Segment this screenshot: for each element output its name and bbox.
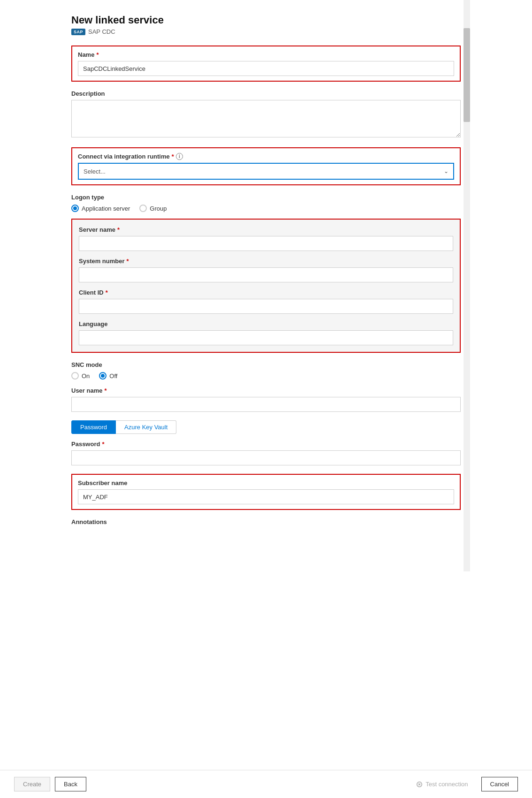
footer-right: Test connection Cancel — [408, 777, 518, 791]
name-input[interactable] — [78, 61, 454, 76]
server-name-label: Server name * — [79, 226, 453, 233]
snc-on-label: On — [82, 372, 90, 380]
logon-application-server-radio[interactable] — [71, 205, 79, 212]
language-label: Language — [79, 320, 453, 327]
logon-group-radio[interactable] — [139, 205, 147, 212]
user-name-label: User name * — [71, 387, 461, 394]
integration-runtime-select[interactable]: Select... — [78, 163, 454, 180]
sap-badge: SAP SAP CDC — [71, 28, 461, 35]
subscriber-name-label: Subscriber name — [78, 479, 454, 486]
server-fields-box: Server name * System number * Client ID … — [71, 219, 461, 353]
sap-logo: SAP — [71, 29, 85, 35]
logon-type-label: Logon type — [71, 194, 461, 201]
integration-runtime-info-icon[interactable]: i — [176, 153, 183, 160]
system-number-group: System number * — [79, 258, 453, 282]
snc-mode-section: SNC mode On Off — [71, 361, 461, 380]
integration-runtime-box: Connect via integration runtime * i Sele… — [71, 147, 461, 185]
subscriber-name-box: Subscriber name — [71, 474, 461, 510]
password-input[interactable] — [71, 450, 461, 465]
cancel-button[interactable]: Cancel — [481, 777, 518, 791]
system-number-label: System number * — [79, 258, 453, 265]
name-field-box: Name * — [71, 46, 461, 82]
integration-runtime-label: Connect via integration runtime * i — [78, 153, 454, 160]
password-label: Password * — [71, 441, 461, 448]
sap-subtitle: SAP CDC — [88, 28, 115, 35]
server-name-group: Server name * — [79, 226, 453, 251]
integration-runtime-select-wrapper: Select... ⌄ — [78, 163, 454, 180]
auth-tab-group: Password Azure Key Vault — [71, 420, 461, 434]
description-input[interactable] — [71, 100, 461, 137]
snc-on-option[interactable]: On — [71, 372, 90, 380]
page-title: New linked service — [71, 14, 461, 26]
test-connection-icon — [416, 781, 423, 788]
client-id-label: Client ID * — [79, 289, 453, 296]
test-connection-button: Test connection — [408, 777, 476, 791]
name-label: Name * — [78, 51, 454, 58]
logon-group-option[interactable]: Group — [139, 205, 167, 212]
snc-mode-radio-group: On Off — [71, 372, 461, 380]
language-group: Language — [79, 320, 453, 345]
snc-off-radio[interactable] — [99, 372, 106, 380]
snc-on-radio[interactable] — [71, 372, 79, 380]
snc-off-label: Off — [109, 372, 117, 380]
scrollbar[interactable] — [464, 0, 470, 571]
annotations-label: Annotations — [71, 518, 461, 525]
logon-type-section: Logon type Application server Group — [71, 194, 461, 212]
description-field-group: Description — [71, 90, 461, 139]
user-name-input[interactable] — [71, 397, 461, 412]
server-name-input[interactable] — [79, 236, 453, 251]
logon-type-radio-group: Application server Group — [71, 205, 461, 212]
description-label: Description — [71, 90, 461, 97]
language-input[interactable] — [79, 330, 453, 345]
client-id-input[interactable] — [79, 299, 453, 314]
footer: Create Back Test connection Cancel — [0, 770, 532, 798]
system-number-input[interactable] — [79, 267, 453, 282]
snc-mode-label: SNC mode — [71, 361, 461, 368]
subscriber-name-input[interactable] — [78, 489, 454, 504]
client-id-group: Client ID * — [79, 289, 453, 314]
password-tab[interactable]: Password — [71, 420, 116, 434]
user-name-group: User name * — [71, 387, 461, 412]
name-required: * — [96, 51, 99, 58]
logon-group-label: Group — [150, 205, 167, 212]
snc-off-option[interactable]: Off — [99, 372, 117, 380]
create-button: Create — [14, 777, 50, 791]
logon-application-server-option[interactable]: Application server — [71, 205, 130, 212]
scrollbar-thumb[interactable] — [464, 28, 470, 122]
back-button[interactable]: Back — [55, 777, 86, 791]
password-group: Password * — [71, 441, 461, 465]
annotations-group: Annotations — [71, 518, 461, 525]
logon-application-server-label: Application server — [82, 205, 130, 212]
azure-key-vault-tab[interactable]: Azure Key Vault — [116, 420, 176, 434]
